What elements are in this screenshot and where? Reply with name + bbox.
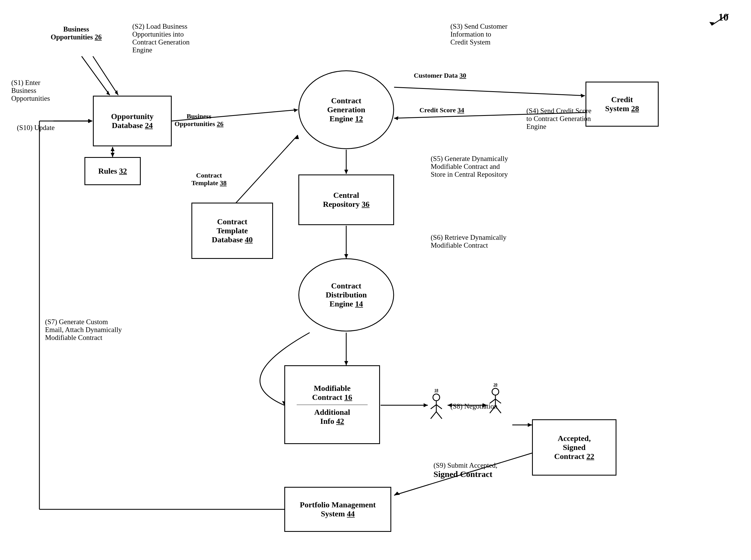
svg-line-0 bbox=[712, 14, 729, 25]
svg-line-43 bbox=[431, 412, 436, 419]
person-18: 18 bbox=[428, 388, 445, 422]
s8-label: (S8) Negotiation bbox=[450, 402, 497, 410]
s4-label: (S4) Send Credit Scoreto Contract Genera… bbox=[526, 107, 599, 131]
svg-marker-34 bbox=[88, 119, 92, 123]
s6-label: (S6) Retrieve DynamicallyModifiable Cont… bbox=[431, 234, 526, 249]
contract-gen-engine-ellipse: ContractGenerationEngine 12 bbox=[298, 71, 394, 149]
credit-system-label: CreditSystem 28 bbox=[605, 95, 639, 113]
svg-marker-3 bbox=[89, 119, 92, 123]
svg-marker-21 bbox=[344, 361, 348, 365]
s9-label: (S9) Submit Accepted, Signed Contract bbox=[434, 461, 512, 479]
central-repository-box: CentralRepository 36 bbox=[298, 175, 394, 225]
svg-marker-19 bbox=[344, 254, 348, 258]
svg-marker-15 bbox=[344, 170, 348, 174]
svg-marker-13 bbox=[394, 116, 398, 120]
opportunity-database-box: OpportunityDatabase 24 bbox=[93, 96, 172, 146]
svg-marker-11 bbox=[581, 94, 585, 98]
s2-label: (S2) Load BusinessOpportunities intoCont… bbox=[132, 22, 222, 54]
svg-marker-36 bbox=[111, 147, 115, 151]
svg-marker-23 bbox=[423, 403, 428, 407]
svg-marker-17 bbox=[295, 135, 299, 139]
contract-template-db-label: ContractTemplateDatabase 40 bbox=[212, 217, 253, 244]
svg-marker-30 bbox=[394, 492, 400, 495]
svg-marker-37 bbox=[111, 153, 115, 157]
svg-line-10 bbox=[394, 87, 585, 96]
portfolio-mgmt-box: Portfolio ManagementSystem 44 bbox=[284, 487, 391, 532]
rules-box: Rules 32 bbox=[84, 157, 141, 185]
s7-label: (S7) Generate CustomEmail, Attach Dynami… bbox=[45, 318, 138, 342]
contract-template-label: ContractTemplate 38 bbox=[192, 172, 226, 187]
credit-score-label: Credit Score 34 bbox=[419, 106, 464, 114]
biz-opp-arrow-label: BusinessOpportunities 26 bbox=[175, 113, 223, 128]
svg-line-44 bbox=[436, 412, 442, 419]
biz-opp-top-label: BusinessOpportunities 26 bbox=[51, 25, 102, 41]
ref-arrow bbox=[703, 8, 737, 31]
contract-template-db-box: ContractTemplateDatabase 40 bbox=[192, 203, 273, 259]
contract-dist-engine-ellipse: ContractDistributionEngine 14 bbox=[298, 258, 394, 332]
svg-point-45 bbox=[492, 388, 499, 395]
s5-label: (S5) Generate DynamicallyModifiable Cont… bbox=[431, 155, 538, 178]
modifiable-contract-box: ModifiableContract 16 AdditionalInfo 42 bbox=[284, 365, 380, 444]
person-20: 20 bbox=[487, 383, 504, 416]
accepted-contract-label: Accepted,SignedContract 22 bbox=[554, 434, 594, 461]
accepted-contract-box: Accepted,SignedContract 22 bbox=[532, 419, 616, 476]
opportunity-database-label: OpportunityDatabase 24 bbox=[111, 112, 154, 130]
s10-label: (S10) Update bbox=[17, 124, 55, 132]
contract-gen-engine-label: ContractGenerationEngine 12 bbox=[327, 96, 365, 123]
diagram-container: 10 bbox=[0, 0, 751, 560]
svg-marker-5 bbox=[106, 91, 110, 95]
contract-dist-engine-label: ContractDistributionEngine 14 bbox=[326, 281, 367, 308]
svg-line-41 bbox=[431, 405, 436, 409]
rules-label: Rules 32 bbox=[98, 166, 127, 176]
svg-marker-7 bbox=[115, 90, 118, 95]
svg-line-42 bbox=[436, 405, 442, 409]
svg-point-39 bbox=[433, 394, 440, 401]
svg-marker-9 bbox=[294, 108, 298, 112]
additional-info-label: AdditionalInfo 42 bbox=[314, 408, 350, 426]
modifiable-contract-label: ModifiableContract 16 bbox=[312, 384, 352, 402]
svg-line-6 bbox=[93, 56, 118, 95]
s1-label: (S1) EnterBusinessOpportunities bbox=[11, 79, 62, 102]
svg-line-4 bbox=[82, 56, 110, 95]
svg-line-16 bbox=[234, 135, 298, 205]
central-repository-label: CentralRepository 36 bbox=[323, 191, 370, 209]
svg-marker-28 bbox=[528, 423, 532, 427]
portfolio-mgmt-label: Portfolio ManagementSystem 44 bbox=[300, 500, 376, 518]
customer-data-label: Customer Data 30 bbox=[414, 72, 466, 79]
s3-label: (S3) Send CustomerInformation toCredit S… bbox=[450, 22, 540, 46]
